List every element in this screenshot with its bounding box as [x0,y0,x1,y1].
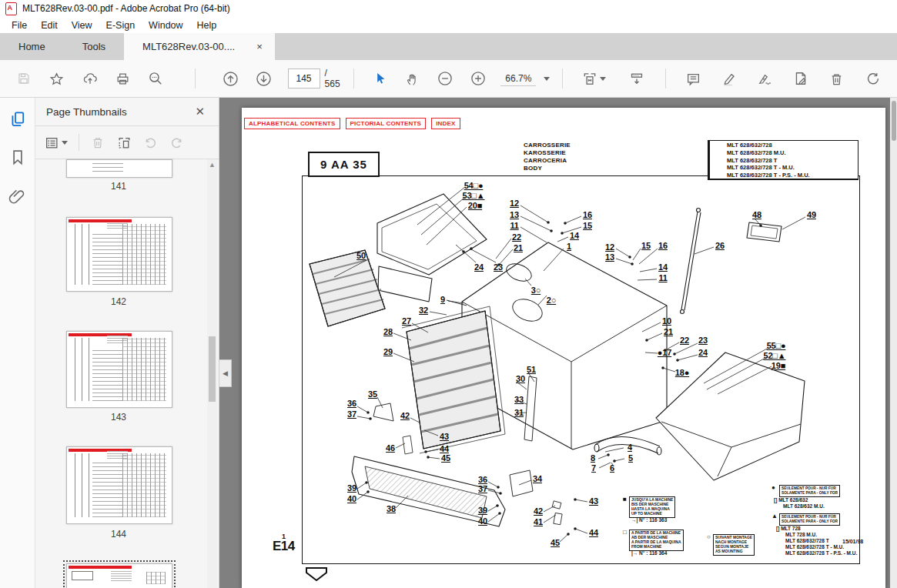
bookmarks-tab[interactable] [8,149,27,167]
thumbnail-page-141[interactable] [66,159,172,178]
pointer-cursor-icon [373,72,387,85]
tab-bar: Home Tools MLT628Rev.03-00.... × [0,33,897,60]
part-callout: 15 [583,221,592,230]
scroll-page-icon [629,71,644,86]
undo-button[interactable] [141,132,159,152]
legend-from-serial: |→ N° : 116 364 [631,550,667,556]
zoom-level-value: 66.7% [500,72,536,86]
scrolling-mode-button[interactable] [628,68,645,89]
main-toolbar: / 565 66.7% [0,60,897,98]
part-callout: 11 [658,273,667,282]
save-button[interactable] [15,68,33,89]
select-tool-button[interactable] [371,68,389,89]
document-scrollbar-thumb[interactable] [892,101,896,141]
thumbnail-page-144[interactable] [66,446,172,524]
menu-help[interactable]: Help [190,18,224,32]
menu-bar: File Edit View E-Sign Window Help [0,17,897,33]
toolbar-separator [562,68,563,89]
zoom-level-select[interactable]: 66.7% [500,72,550,86]
legend-mounting-marker: ○ [707,534,711,540]
menu-edit[interactable]: Edit [34,18,65,32]
tab-tools[interactable]: Tools [64,33,124,60]
edit-page-button[interactable] [792,68,810,89]
panel-scrollbar[interactable]: ▲ [207,159,217,588]
collapse-panel-handle[interactable]: ◀ [219,359,232,387]
chevron-down-icon [544,77,550,81]
menu-window[interactable]: Window [142,18,189,32]
scroll-up-arrow-icon[interactable]: ▲ [209,161,216,169]
minus-circle-icon [437,71,453,86]
legend-only-a-models: [] MLT 628/632 MLT 628/632 M.U. [774,497,825,509]
document-canvas[interactable]: ALPHABETICAL CONTENTS PICTORIAL CONTENTS… [219,98,897,588]
previous-page-button[interactable] [222,68,239,89]
thumbnail-page-142[interactable] [66,217,172,292]
thumbnail-delete-button[interactable] [89,132,107,152]
part-callout: 40 [347,494,356,503]
print-button[interactable] [114,68,132,89]
part-callout: 15 [641,241,651,250]
document-scrollbar[interactable] [890,98,897,588]
page-fit-button[interactable] [581,68,606,89]
star-button[interactable] [49,68,66,89]
sign-button[interactable] [756,68,774,89]
trash-icon [91,135,105,149]
tab-home[interactable]: Home [0,33,64,60]
thumbnails-panel: Page Thumbnails ✕ [35,98,219,588]
menu-esign[interactable]: E-Sign [99,18,142,32]
page-number-input[interactable] [288,68,320,89]
part-callout: 35 [368,389,377,399]
tab-close-icon[interactable]: × [255,41,264,52]
plus-circle-icon [470,71,486,86]
toolbar-separator [665,68,666,89]
part-callout: 46 [386,443,395,453]
panel-scrollbar-thumb[interactable] [209,336,216,402]
part-callout: 39 [347,483,356,493]
part-callout: 44 [440,444,449,453]
tab-document[interactable]: MLT628Rev.03-00.... × [124,33,275,60]
zoom-in-button[interactable] [470,68,487,89]
highlight-button[interactable] [721,68,738,89]
insert-page-button[interactable] [115,132,133,152]
pages-icon [8,110,27,129]
part-callout: 18● [675,368,689,377]
thumbnail-page-143[interactable] [66,331,172,408]
delete-pages-button[interactable] [828,68,846,89]
next-page-button[interactable] [255,68,273,89]
cloud-upload-icon [82,72,98,86]
options-list-icon [45,135,59,150]
thumbnail-page-145-selected[interactable] [66,563,172,588]
search-icon [148,71,163,86]
hand-icon [405,72,420,86]
thumbnail-options-button[interactable] [43,132,69,152]
attachments-tab[interactable] [8,187,27,205]
part-callout: 9 [440,295,445,304]
menu-file[interactable]: File [5,18,34,32]
page-count-label: / 565 [325,68,344,89]
zoom-out-button[interactable] [437,68,454,89]
chevron-down-icon [62,141,68,145]
acrobat-window: MLT628Rev.03-00.pdf - Adobe Acrobat Pro … [0,0,897,588]
panel-close-button[interactable]: ✕ [190,104,209,119]
part-callout: 22 [680,336,689,345]
redo-small-button[interactable] [167,132,186,152]
arrow-down-circle-icon [256,71,272,87]
share-upload-button[interactable] [81,68,99,89]
page-thumbnails-tab[interactable] [8,110,27,129]
redo-button[interactable] [864,68,882,89]
part-callout: 7 [591,463,596,473]
menu-view[interactable]: View [65,18,99,32]
search-button[interactable] [147,68,165,89]
part-callout: 38 [387,504,396,513]
part-callout: 31 [514,408,524,417]
part-callout: 42 [400,411,410,420]
comment-button[interactable] [684,68,702,89]
thumbnail-label: 144 [66,529,171,540]
legend-from-box: A PARTIR DE LA MACHINEAB DER MASCHINE A … [629,530,684,551]
part-callout: 44 [589,528,598,537]
insert-page-icon [117,135,132,150]
part-callout: 27 [402,316,411,326]
hand-tool-button[interactable] [403,68,421,89]
legend-from-marker: □ [623,530,627,536]
part-callout: 45 [441,453,450,463]
part-callout: 21 [514,243,523,252]
